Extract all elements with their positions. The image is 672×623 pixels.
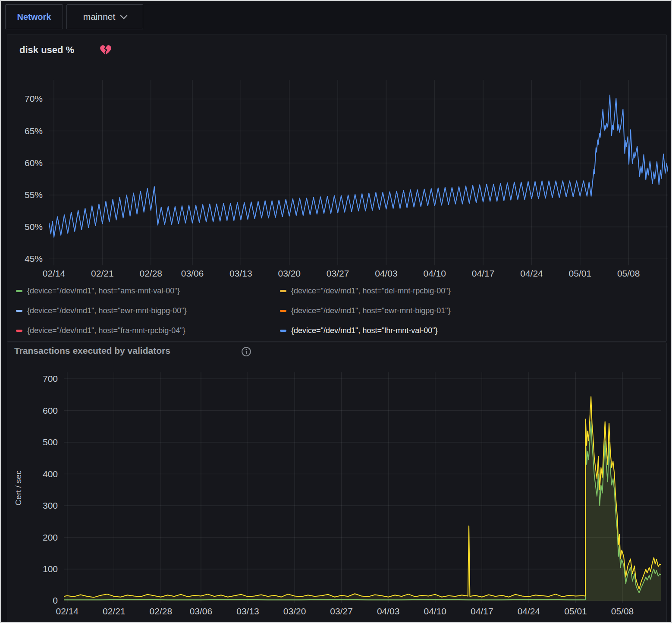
series-line [64, 396, 661, 597]
legend-series-marker [280, 290, 286, 292]
x-axis-tick-label: 05/08 [609, 268, 648, 279]
y-axis-tick-label: 300 [27, 500, 58, 511]
network-variable-label: Network [5, 4, 63, 29]
legend-item[interactable]: {device="/dev/md1", host="fra-mnt-rpcbig… [16, 324, 280, 337]
x-axis-tick-label: 03/20 [275, 606, 314, 617]
x-axis-tick-label: 04/10 [416, 606, 455, 617]
legend-item[interactable]: {device="/dev/md1", host="ewr-mnt-bigpg-… [280, 304, 544, 317]
x-axis-tick-label: 03/06 [182, 606, 220, 617]
x-axis-tick-label: 03/27 [322, 606, 361, 617]
x-axis-tick-label: 03/13 [229, 606, 267, 617]
y-axis-tick-label: 45% [12, 254, 43, 264]
x-axis-tick-label: 04/10 [415, 268, 454, 279]
legend-series-label: {device="/dev/md1", host="fra-mnt-rpcbig… [27, 326, 185, 335]
x-axis-tick-label: 05/01 [556, 606, 595, 617]
x-axis-tick-label: 04/03 [367, 268, 405, 279]
legend-series-marker [16, 310, 22, 312]
y-axis-tick-label: 65% [12, 126, 43, 136]
tx-chart-svg [64, 372, 661, 603]
legend-series-marker [16, 290, 22, 292]
x-axis-tick-label: 04/17 [464, 268, 502, 279]
transactions-chart[interactable] [64, 372, 661, 603]
x-axis-tick-label: 05/01 [561, 268, 600, 279]
series-line [49, 95, 668, 237]
x-axis-tick-label: 04/24 [509, 606, 548, 617]
broken-heart-icon [100, 44, 112, 56]
legend-series-label: {device="/dev/md1", host="ewr-mnt-bigpg-… [291, 306, 451, 315]
x-axis-tick-label: 04/17 [462, 606, 501, 617]
x-axis-tick-label: 03/13 [221, 268, 260, 279]
disk-used-chart[interactable] [49, 80, 668, 265]
y-axis-tick-label: 400 [27, 469, 58, 479]
info-icon[interactable] [241, 346, 251, 357]
x-axis-tick-label: 02/21 [94, 606, 133, 617]
grafana-dashboard: Network mainnet disk used % {device="/de… [0, 0, 672, 623]
legend-series-label: {device="/dev/md1", host="ewr-mnt-bigpg-… [27, 306, 187, 315]
legend-series-label: {device="/dev/md1", host="lhr-mnt-val-00… [291, 326, 438, 335]
panel-disk-used: disk used % {device="/dev/md1", host="am… [7, 35, 667, 342]
network-label: Network [17, 12, 51, 22]
x-axis-tick-label: 02/28 [132, 268, 170, 279]
y-axis-tick-label: 500 [27, 437, 58, 447]
legend-series-label: {device="/dev/md1", host="ams-mnt-val-00… [27, 286, 180, 296]
chevron-down-icon [120, 12, 128, 19]
legend-item[interactable]: {device="/dev/md1", host="lhr-mnt-val-00… [280, 324, 544, 337]
y-axis-tick-label: 55% [12, 190, 43, 200]
x-axis-tick-label: 03/20 [270, 268, 309, 279]
x-axis-tick-label: 04/24 [512, 268, 551, 279]
legend-series-marker [280, 330, 286, 332]
panel-title: Transactions executed by validators [14, 346, 170, 356]
y-axis-tick-label: 0 [27, 595, 58, 606]
network-value: mainnet [83, 12, 116, 22]
x-axis-tick-label: 03/06 [173, 268, 212, 279]
x-axis-tick-label: 04/03 [369, 606, 408, 617]
legend-item[interactable]: {device="/dev/md1", host="ewr-mnt-bigpg-… [16, 304, 280, 317]
panel-title: disk used % [19, 44, 74, 56]
disk-chart-legend: {device="/dev/md1", host="ams-mnt-val-00… [16, 284, 559, 337]
x-axis-tick-label: 02/28 [141, 606, 180, 617]
x-axis-tick-label: 05/08 [603, 606, 642, 617]
x-axis-tick-label: 02/14 [48, 606, 87, 617]
y-axis-tick-label: 60% [12, 158, 43, 168]
legend-series-marker [16, 330, 22, 332]
legend-series-marker [280, 310, 286, 312]
y-axis-tick-label: 70% [12, 94, 43, 104]
legend-item[interactable]: {device="/dev/md1", host="del-mnt-rpcbig… [280, 284, 544, 297]
disk-chart-svg [49, 80, 668, 265]
series-line [64, 422, 661, 600]
x-axis-tick-label: 03/27 [318, 268, 357, 279]
y-axis-tick-label: 100 [27, 564, 58, 574]
x-axis-tick-label: 02/21 [83, 268, 122, 279]
legend-series-label: {device="/dev/md1", host="del-mnt-rpcbig… [291, 286, 451, 296]
x-axis-tick-label: 02/14 [35, 268, 73, 279]
y-axis-tick-label: 200 [27, 532, 58, 543]
y-axis-tick-label: 600 [27, 406, 58, 416]
panel-transactions: Transactions executed by validators Cert… [7, 343, 667, 622]
legend-item[interactable]: {device="/dev/md1", host="ams-mnt-val-00… [16, 284, 280, 297]
y-axis-tick-label: 50% [12, 222, 43, 232]
network-variable-dropdown[interactable]: mainnet [66, 4, 143, 29]
y-axis-title: Cert / sec [14, 458, 23, 518]
y-axis-tick-label: 700 [27, 374, 58, 384]
